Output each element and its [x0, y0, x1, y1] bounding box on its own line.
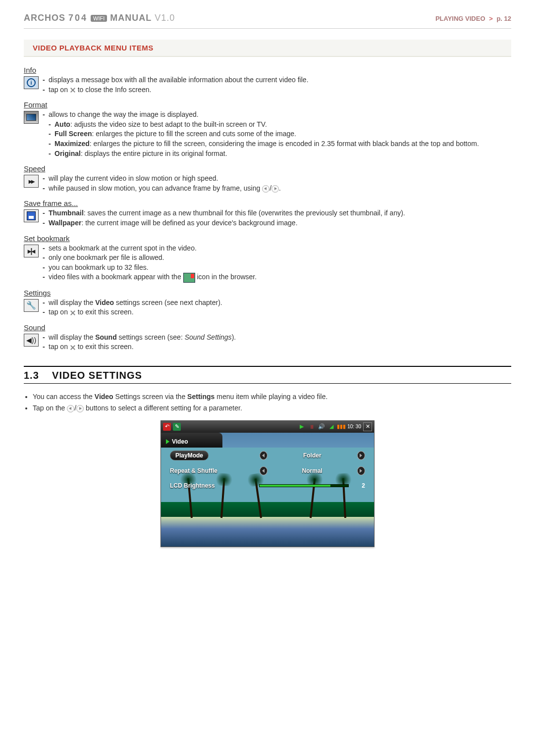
- circle-left-icon: [67, 405, 74, 412]
- menu-item-title: Format: [24, 101, 48, 109]
- section-label: PLAYING VIDEO: [435, 15, 485, 22]
- divider: [24, 366, 511, 367]
- menu-item-title: Set bookmark: [24, 234, 70, 243]
- tool-icon[interactable]: ✎: [173, 423, 181, 431]
- menu-item-save-frame: Save frame as... Thumbnail: saves the cu…: [24, 199, 511, 228]
- menu-text: tap on to exit this screen.: [43, 342, 511, 352]
- format-icon: [24, 111, 39, 124]
- close-icon: [70, 310, 76, 316]
- menu-item-format: Format allows to change the way the imag…: [24, 101, 511, 158]
- brightness-label: LCD Brightness: [170, 482, 249, 489]
- menu-item-settings: Settings 🔧 will display the Video settin…: [24, 289, 511, 317]
- repeat-label: Repeat & Shuffle: [170, 467, 217, 474]
- bookmark-icon: ▸|◂: [24, 245, 39, 257]
- menu-item-speed: Speed ▸▸ will play the current video in …: [24, 164, 511, 193]
- version-label: V1.0: [155, 13, 175, 23]
- menu-item-title: Settings: [24, 289, 51, 297]
- menu-item-title: Speed: [24, 164, 45, 173]
- battery-icon: ▮▮▮: [337, 423, 345, 431]
- setting-row-playmode: PlayMode Folder: [161, 448, 374, 463]
- section-heading: 1.3 VIDEO SETTINGS: [24, 370, 511, 381]
- tab-video[interactable]: Video: [161, 433, 222, 448]
- menu-text: Full Screen: enlarges the picture to fil…: [43, 129, 511, 139]
- menu-text: while paused in slow motion, you can adv…: [43, 184, 511, 194]
- bullet-item: Tap on the / buttons to select a differe…: [33, 403, 511, 413]
- play-icon[interactable]: ▶: [298, 423, 306, 431]
- model-number: 704: [68, 13, 88, 23]
- menu-item-sound: Sound ◀)) will display the Sound setting…: [24, 323, 511, 352]
- arrow-left-button[interactable]: [260, 466, 268, 475]
- brand-name: ARCHOS: [24, 13, 65, 23]
- intro-bullets: You can access the Video Settings screen…: [33, 392, 511, 413]
- section-title: VIDEO SETTINGS: [52, 370, 142, 381]
- bullet-item: You can access the Video Settings screen…: [33, 392, 511, 402]
- menu-item-title: Save frame as...: [24, 199, 78, 207]
- circle-left-icon: [262, 185, 269, 193]
- back-icon[interactable]: ↶: [163, 423, 171, 431]
- wifi-badge: WIFI: [91, 15, 107, 22]
- brightness-value: 2: [362, 482, 365, 489]
- menu-text: sets a bookmark at the current spot in t…: [43, 244, 511, 253]
- close-icon: [70, 87, 76, 93]
- arrow-right-button[interactable]: [357, 451, 365, 460]
- menu-text: Auto: adjusts the video size to best ada…: [43, 120, 511, 130]
- wrench-icon: 🔧: [24, 299, 39, 312]
- section-number: 1.3: [24, 370, 39, 381]
- menu-text: only one bookmark per file is allowed.: [43, 253, 511, 263]
- divider: [24, 383, 511, 384]
- menu-item-set-bookmark: Set bookmark ▸|◂ sets a bookmark at the …: [24, 234, 511, 283]
- page-number: p. 12: [496, 15, 511, 22]
- menu-text: tap on to exit this screen.: [43, 307, 511, 317]
- info-icon: i: [24, 76, 39, 89]
- manual-label: MANUAL: [110, 13, 152, 23]
- save-icon: [24, 209, 39, 222]
- menu-item-title: Info: [24, 66, 36, 74]
- menu-text: Original: displays the entire picture in…: [43, 149, 511, 159]
- video-settings-screenshot: ↶ ✎ ▶ ⏸ 🔊 ◢ ▮▮▮ 10: 30 ✕ Video: [160, 420, 374, 547]
- settings-body: PlayMode Folder Repeat & Shuffle Normal: [161, 448, 374, 547]
- menu-text: will display the Video settings screen (…: [43, 298, 511, 308]
- tab-bar: Video: [161, 433, 374, 448]
- close-icon: [70, 345, 76, 351]
- circle-right-icon: [271, 185, 279, 193]
- tab-label: Video: [172, 438, 188, 445]
- menu-text: Wallpaper: the current image will be def…: [43, 218, 511, 228]
- playmode-value: Folder: [297, 452, 327, 459]
- menu-text: displays a message box with all the avai…: [43, 75, 511, 85]
- repeat-value: Normal: [297, 467, 327, 474]
- brand-line: ARCHOS 704 WIFI MANUAL V1.0: [24, 13, 175, 23]
- arrow-left-button[interactable]: [260, 451, 268, 460]
- section-banner-title: VIDEO PLAYBACK MENU ITEMS: [33, 44, 502, 52]
- pause-icon[interactable]: ⏸: [308, 423, 316, 431]
- arrow-right-button[interactable]: [357, 466, 365, 475]
- menu-text: will play the current video in slow moti…: [43, 174, 511, 184]
- brightness-slider[interactable]: [259, 484, 349, 487]
- signal-icon: ◢: [327, 423, 335, 431]
- menu-text: will display the Sound settings screen (…: [43, 333, 511, 343]
- menu-item-info: Info i displays a message box with all t…: [24, 66, 511, 95]
- page-header: ARCHOS 704 WIFI MANUAL V1.0 PLAYING VIDE…: [24, 10, 511, 29]
- circle-right-icon: [76, 405, 84, 412]
- header-breadcrumb: PLAYING VIDEO > p. 12: [435, 15, 511, 22]
- menu-item-title: Sound: [24, 323, 45, 332]
- play-triangle-icon: [166, 439, 169, 444]
- menu-text: you can bookmark up to 32 files.: [43, 263, 511, 273]
- menu-text: allows to change the way the image is di…: [43, 110, 511, 120]
- fast-forward-icon: ▸▸: [24, 175, 39, 188]
- setting-row-brightness: LCD Brightness 2: [161, 478, 374, 493]
- menu-text: Maximized: enlarges the picture to fill …: [43, 139, 511, 149]
- menu-text: video files with a bookmark appear with …: [43, 272, 511, 282]
- speaker-icon[interactable]: 🔊: [318, 423, 325, 431]
- close-icon[interactable]: ✕: [363, 422, 372, 431]
- section-banner: VIDEO PLAYBACK MENU ITEMS: [24, 40, 511, 57]
- chevron-right-icon: >: [489, 15, 493, 22]
- menu-text: tap on to close the Info screen.: [43, 85, 511, 95]
- bookmark-file-icon: [183, 273, 195, 283]
- status-bar: ↶ ✎ ▶ ⏸ 🔊 ◢ ▮▮▮ 10: 30 ✕: [161, 421, 374, 433]
- playmode-label[interactable]: PlayMode: [170, 451, 209, 460]
- speaker-icon: ◀)): [24, 334, 39, 347]
- setting-row-repeat: Repeat & Shuffle Normal: [161, 463, 374, 478]
- clock: 10: 30: [347, 424, 361, 429]
- menu-text: Thumbnail: saves the current image as a …: [43, 208, 511, 218]
